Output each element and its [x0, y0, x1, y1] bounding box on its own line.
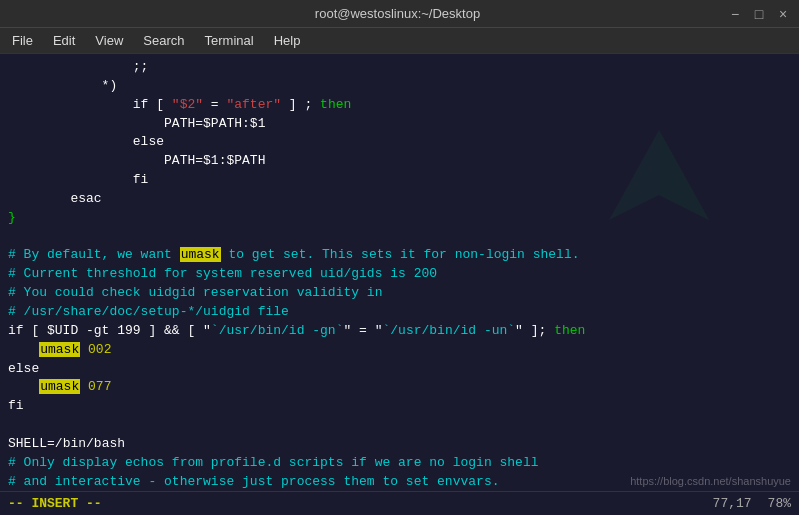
- menu-edit[interactable]: Edit: [45, 31, 83, 50]
- line-16: umask 002: [8, 341, 791, 360]
- line-21: SHELL=/bin/bash: [8, 435, 791, 454]
- close-button[interactable]: ×: [775, 6, 791, 22]
- line-9: }: [8, 209, 791, 228]
- titlebar-title: root@westoslinux:~/Desktop: [68, 6, 727, 21]
- line-8: esac: [8, 190, 791, 209]
- line-5: else: [8, 133, 791, 152]
- titlebar: root@westoslinux:~/Desktop − □ ×: [0, 0, 799, 28]
- line-4: PATH=$PATH:$1: [8, 115, 791, 134]
- line-10: [8, 228, 791, 247]
- line-14: # /usr/share/doc/setup-*/uidgid file: [8, 303, 791, 322]
- status-position: 77,17: [713, 496, 752, 511]
- line-19: fi: [8, 397, 791, 416]
- line-17: else: [8, 360, 791, 379]
- menu-search[interactable]: Search: [135, 31, 192, 50]
- menubar: File Edit View Search Terminal Help: [0, 28, 799, 54]
- menu-help[interactable]: Help: [266, 31, 309, 50]
- menu-view[interactable]: View: [87, 31, 131, 50]
- minimize-button[interactable]: −: [727, 6, 743, 22]
- line-6: PATH=$1:$PATH: [8, 152, 791, 171]
- maximize-button[interactable]: □: [751, 6, 767, 22]
- line-13: # You could check uidgid reservation val…: [8, 284, 791, 303]
- status-percent: 78%: [768, 496, 791, 511]
- status-mode: -- INSERT --: [8, 496, 102, 511]
- line-7: fi: [8, 171, 791, 190]
- statusbar: -- INSERT -- 77,17 78%: [0, 491, 799, 515]
- line-12: # Current threshold for system reserved …: [8, 265, 791, 284]
- line-2: *): [8, 77, 791, 96]
- line-18: umask 077: [8, 378, 791, 397]
- line-20: [8, 416, 791, 435]
- line-1: ;;: [8, 58, 791, 77]
- menu-file[interactable]: File: [4, 31, 41, 50]
- line-22: # Only display echos from profile.d scri…: [8, 454, 791, 473]
- line-23: # and interactive - otherwise just proce…: [8, 473, 791, 491]
- titlebar-controls[interactable]: − □ ×: [727, 6, 791, 22]
- line-11: # By default, we want umask to get set. …: [8, 246, 791, 265]
- editor[interactable]: ;; *) if [ "$2" = "after" ] ; then PATH=…: [0, 54, 799, 491]
- line-3: if [ "$2" = "after" ] ; then: [8, 96, 791, 115]
- line-15: if [ $UID -gt 199 ] && [ "`/usr/bin/id -…: [8, 322, 791, 341]
- menu-terminal[interactable]: Terminal: [197, 31, 262, 50]
